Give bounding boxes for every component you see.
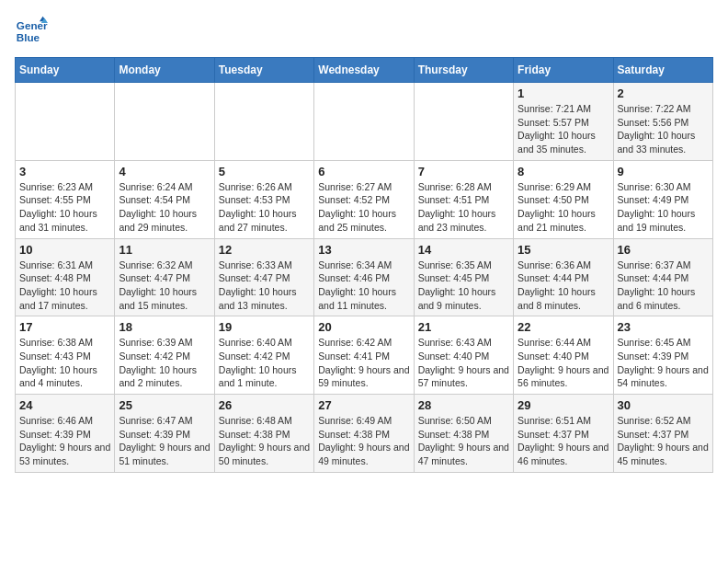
day-info: Sunrise: 6:46 AMSunset: 4:39 PMDaylight:…	[19, 414, 110, 468]
calendar-cell: 12Sunrise: 6:33 AMSunset: 4:47 PMDayligh…	[214, 238, 313, 316]
day-number: 17	[19, 320, 110, 334]
calendar-cell: 30Sunrise: 6:52 AMSunset: 4:37 PMDayligh…	[613, 395, 712, 473]
logo: General Blue	[15, 15, 48, 48]
day-header-sunday: Sunday	[16, 58, 115, 83]
day-info: Sunrise: 6:49 AMSunset: 4:38 PMDaylight:…	[318, 414, 409, 468]
day-number: 20	[318, 320, 409, 334]
day-info: Sunrise: 6:23 AMSunset: 4:55 PMDaylight:…	[19, 180, 110, 235]
calendar-week-row: 17Sunrise: 6:38 AMSunset: 4:43 PMDayligh…	[16, 316, 713, 395]
day-info: Sunrise: 6:35 AMSunset: 4:45 PMDaylight:…	[418, 259, 509, 313]
day-number: 25	[119, 398, 210, 412]
svg-text:Blue: Blue	[17, 31, 40, 43]
day-header-monday: Monday	[115, 58, 214, 83]
day-number: 6	[318, 165, 409, 178]
day-number: 11	[119, 243, 210, 257]
day-number: 15	[518, 243, 609, 257]
day-info: Sunrise: 6:50 AMSunset: 4:38 PMDaylight:…	[418, 414, 509, 468]
calendar-cell: 10Sunrise: 6:31 AMSunset: 4:48 PMDayligh…	[16, 238, 115, 316]
day-info: Sunrise: 6:26 AMSunset: 4:53 PMDaylight:…	[219, 180, 310, 235]
day-number: 24	[19, 398, 110, 412]
calendar-cell: 9Sunrise: 6:30 AMSunset: 4:49 PMDaylight…	[613, 160, 712, 238]
day-number: 28	[418, 398, 509, 412]
calendar-cell: 29Sunrise: 6:51 AMSunset: 4:37 PMDayligh…	[514, 395, 613, 473]
day-number: 30	[618, 398, 709, 412]
calendar-cell	[314, 83, 414, 161]
day-info: Sunrise: 6:29 AMSunset: 4:50 PMDaylight:…	[518, 180, 609, 235]
calendar-cell: 23Sunrise: 6:45 AMSunset: 4:39 PMDayligh…	[613, 316, 712, 395]
calendar-cell: 15Sunrise: 6:36 AMSunset: 4:44 PMDayligh…	[514, 238, 613, 316]
day-info: Sunrise: 6:43 AMSunset: 4:40 PMDaylight:…	[418, 336, 509, 390]
day-info: Sunrise: 6:44 AMSunset: 4:40 PMDaylight:…	[518, 336, 609, 390]
calendar-week-row: 1Sunrise: 7:21 AMSunset: 5:57 PMDaylight…	[16, 83, 713, 161]
day-info: Sunrise: 6:34 AMSunset: 4:46 PMDaylight:…	[318, 259, 409, 313]
day-number: 13	[318, 243, 409, 257]
calendar-week-row: 24Sunrise: 6:46 AMSunset: 4:39 PMDayligh…	[16, 395, 713, 473]
day-number: 4	[119, 165, 210, 178]
calendar-cell: 2Sunrise: 7:22 AMSunset: 5:56 PMDaylight…	[613, 83, 712, 161]
calendar-cell: 5Sunrise: 6:26 AMSunset: 4:53 PMDaylight…	[214, 160, 313, 238]
day-number: 7	[418, 165, 509, 178]
day-info: Sunrise: 6:42 AMSunset: 4:41 PMDaylight:…	[318, 336, 409, 390]
day-info: Sunrise: 6:37 AMSunset: 4:44 PMDaylight:…	[618, 259, 709, 313]
day-number: 8	[518, 165, 609, 178]
calendar-cell: 28Sunrise: 6:50 AMSunset: 4:38 PMDayligh…	[414, 395, 513, 473]
day-info: Sunrise: 6:48 AMSunset: 4:38 PMDaylight:…	[219, 414, 310, 468]
day-number: 18	[119, 320, 210, 334]
calendar-cell	[16, 83, 115, 161]
day-info: Sunrise: 7:21 AMSunset: 5:57 PMDaylight:…	[518, 102, 609, 156]
day-number: 3	[19, 165, 110, 178]
calendar-cell	[115, 83, 214, 161]
calendar-cell: 14Sunrise: 6:35 AMSunset: 4:45 PMDayligh…	[414, 238, 513, 316]
day-info: Sunrise: 6:38 AMSunset: 4:43 PMDaylight:…	[19, 336, 110, 390]
calendar-cell: 7Sunrise: 6:28 AMSunset: 4:51 PMDaylight…	[414, 160, 513, 238]
day-number: 27	[318, 398, 409, 412]
calendar-cell: 4Sunrise: 6:24 AMSunset: 4:54 PMDaylight…	[115, 160, 214, 238]
day-number: 23	[618, 320, 709, 334]
day-info: Sunrise: 6:30 AMSunset: 4:49 PMDaylight:…	[618, 180, 709, 235]
calendar-header-row: SundayMondayTuesdayWednesdayThursdayFrid…	[16, 58, 713, 83]
calendar-cell: 11Sunrise: 6:32 AMSunset: 4:47 PMDayligh…	[115, 238, 214, 316]
day-info: Sunrise: 6:24 AMSunset: 4:54 PMDaylight:…	[119, 180, 210, 235]
day-number: 16	[618, 243, 709, 257]
day-info: Sunrise: 6:45 AMSunset: 4:39 PMDaylight:…	[618, 336, 709, 390]
day-info: Sunrise: 6:32 AMSunset: 4:47 PMDaylight:…	[119, 259, 210, 313]
calendar-cell: 25Sunrise: 6:47 AMSunset: 4:39 PMDayligh…	[115, 395, 214, 473]
day-number: 9	[618, 165, 709, 178]
calendar-cell: 19Sunrise: 6:40 AMSunset: 4:42 PMDayligh…	[214, 316, 313, 395]
calendar-cell: 17Sunrise: 6:38 AMSunset: 4:43 PMDayligh…	[16, 316, 115, 395]
calendar-cell: 6Sunrise: 6:27 AMSunset: 4:52 PMDaylight…	[314, 160, 414, 238]
day-number: 14	[418, 243, 509, 257]
calendar-cell: 22Sunrise: 6:44 AMSunset: 4:40 PMDayligh…	[514, 316, 613, 395]
day-info: Sunrise: 6:47 AMSunset: 4:39 PMDaylight:…	[119, 414, 210, 468]
day-number: 12	[219, 243, 310, 257]
day-info: Sunrise: 6:27 AMSunset: 4:52 PMDaylight:…	[318, 180, 409, 235]
day-number: 2	[618, 86, 709, 100]
calendar-cell: 8Sunrise: 6:29 AMSunset: 4:50 PMDaylight…	[514, 160, 613, 238]
calendar-cell: 27Sunrise: 6:49 AMSunset: 4:38 PMDayligh…	[314, 395, 414, 473]
calendar-cell: 20Sunrise: 6:42 AMSunset: 4:41 PMDayligh…	[314, 316, 414, 395]
day-info: Sunrise: 7:22 AMSunset: 5:56 PMDaylight:…	[618, 102, 709, 156]
day-number: 29	[518, 398, 609, 412]
calendar-cell	[414, 83, 513, 161]
day-number: 10	[19, 243, 110, 257]
day-header-friday: Friday	[514, 58, 613, 83]
day-info: Sunrise: 6:52 AMSunset: 4:37 PMDaylight:…	[618, 414, 709, 468]
day-info: Sunrise: 6:40 AMSunset: 4:42 PMDaylight:…	[219, 336, 310, 390]
calendar-cell: 16Sunrise: 6:37 AMSunset: 4:44 PMDayligh…	[613, 238, 712, 316]
calendar-week-row: 3Sunrise: 6:23 AMSunset: 4:55 PMDaylight…	[16, 160, 713, 238]
calendar-cell: 21Sunrise: 6:43 AMSunset: 4:40 PMDayligh…	[414, 316, 513, 395]
day-header-thursday: Thursday	[414, 58, 513, 83]
calendar-cell: 18Sunrise: 6:39 AMSunset: 4:42 PMDayligh…	[115, 316, 214, 395]
day-info: Sunrise: 6:31 AMSunset: 4:48 PMDaylight:…	[19, 259, 110, 313]
day-number: 21	[418, 320, 509, 334]
day-header-wednesday: Wednesday	[314, 58, 414, 83]
calendar-cell: 13Sunrise: 6:34 AMSunset: 4:46 PMDayligh…	[314, 238, 414, 316]
day-number: 26	[219, 398, 310, 412]
logo-icon: General Blue	[15, 15, 48, 48]
calendar-cell: 1Sunrise: 7:21 AMSunset: 5:57 PMDaylight…	[514, 83, 613, 161]
calendar-cell: 24Sunrise: 6:46 AMSunset: 4:39 PMDayligh…	[16, 395, 115, 473]
day-number: 5	[219, 165, 310, 178]
calendar-table: SundayMondayTuesdayWednesdayThursdayFrid…	[15, 57, 713, 473]
calendar-cell: 26Sunrise: 6:48 AMSunset: 4:38 PMDayligh…	[214, 395, 313, 473]
calendar-cell	[214, 83, 313, 161]
